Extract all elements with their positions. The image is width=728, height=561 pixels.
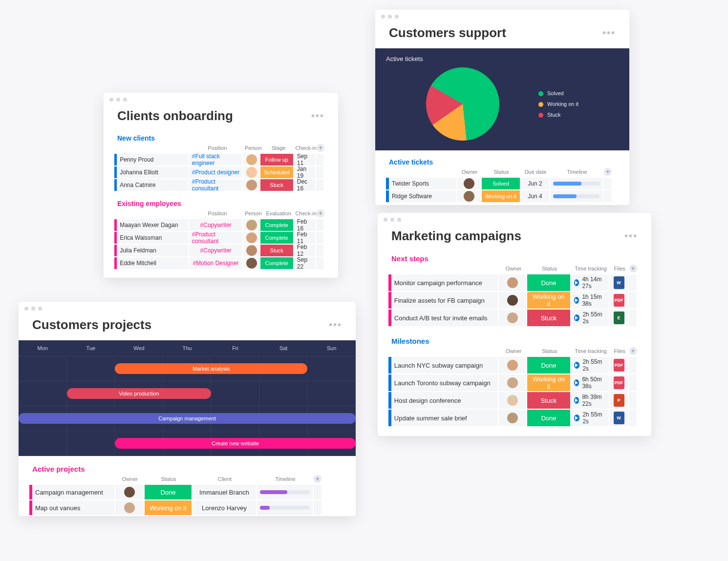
add-column-icon[interactable]: +: [317, 209, 324, 217]
section-next-steps[interactable]: Next steps: [378, 251, 651, 264]
avatar[interactable]: [246, 167, 257, 178]
row-position[interactable]: #Full stack engineer: [189, 154, 244, 166]
table-row[interactable]: Ridge Software Working on it Jun 4: [375, 190, 629, 202]
row-status[interactable]: Follow up: [260, 154, 294, 166]
row-file[interactable]: PDF: [610, 357, 629, 374]
row-position[interactable]: #Product consultant: [189, 232, 244, 244]
row-time-tracking[interactable]: 2h 55m 2s: [571, 357, 610, 374]
avatar[interactable]: [507, 413, 518, 423]
add-column-icon[interactable]: +: [314, 475, 321, 483]
row-position[interactable]: #Copywriter: [189, 245, 244, 256]
avatar[interactable]: [246, 180, 257, 190]
table-row[interactable]: Launch Toronto subway campaign Working o…: [378, 374, 651, 391]
gantt-bar[interactable]: Video production: [67, 388, 212, 399]
row-status[interactable]: Done: [527, 410, 571, 426]
avatar[interactable]: [507, 395, 518, 406]
row-file[interactable]: PDF: [610, 374, 629, 391]
row-owner[interactable]: [499, 357, 527, 374]
table-row[interactable]: Johanna Elliott #Product designer Schedu…: [104, 166, 338, 178]
row-owner[interactable]: [115, 485, 145, 499]
table-row[interactable]: Penny Proud #Full stack engineer Follow …: [104, 154, 338, 166]
row-owner[interactable]: [115, 500, 145, 515]
avatar[interactable]: [246, 154, 257, 165]
row-person[interactable]: [243, 257, 260, 269]
avatar[interactable]: [507, 295, 518, 306]
row-position[interactable]: #Motion Designer: [189, 257, 244, 269]
row-status[interactable]: Done: [145, 485, 193, 499]
row-owner[interactable]: [499, 392, 527, 409]
row-status[interactable]: Stuck: [527, 310, 571, 326]
row-timeline[interactable]: [550, 190, 604, 202]
table-row[interactable]: Maayan Wexer Dagan #Copywriter Complete …: [104, 219, 338, 231]
row-status[interactable]: Scheduled: [260, 166, 294, 178]
row-timeline[interactable]: [257, 500, 314, 515]
panel-menu-icon[interactable]: •••: [602, 27, 616, 39]
row-file[interactable]: PDF: [610, 292, 629, 309]
section-active-tickets[interactable]: Active tickets: [375, 155, 629, 167]
row-status[interactable]: Done: [527, 274, 571, 291]
play-icon[interactable]: [574, 314, 580, 321]
play-icon[interactable]: [574, 362, 580, 369]
table-row[interactable]: Twister Sports Solved Jun 2: [375, 178, 629, 189]
avatar[interactable]: [464, 178, 474, 189]
row-status[interactable]: Working on it: [527, 292, 571, 309]
avatar[interactable]: [507, 360, 518, 371]
add-column-icon[interactable]: +: [629, 265, 637, 272]
avatar[interactable]: [246, 220, 257, 230]
add-column-icon[interactable]: +: [629, 347, 637, 355]
gantt-bar[interactable]: Campaign management: [19, 413, 356, 424]
row-owner[interactable]: [499, 310, 527, 326]
table-row[interactable]: Map out vanues Working on it Lorenzo Har…: [19, 500, 356, 515]
gantt-bar[interactable]: Market analysis: [115, 363, 307, 374]
row-status[interactable]: Complete: [260, 219, 294, 231]
play-icon[interactable]: [574, 297, 579, 304]
row-time-tracking[interactable]: 2h 55m 2s: [571, 410, 610, 426]
row-file[interactable]: W: [610, 274, 629, 291]
table-row[interactable]: Finalize assets for FB campaign Working …: [378, 292, 651, 309]
row-owner[interactable]: [499, 410, 527, 426]
panel-menu-icon[interactable]: •••: [311, 110, 324, 122]
table-row[interactable]: Julia Feldman #Copywriter Stuck Feb 12: [104, 245, 338, 256]
row-position[interactable]: #Copywriter: [189, 219, 244, 231]
row-owner[interactable]: [499, 274, 527, 291]
row-owner[interactable]: [457, 178, 482, 189]
play-icon[interactable]: [574, 415, 580, 421]
row-time-tracking[interactable]: 1h 15m 38s: [571, 292, 610, 309]
row-status[interactable]: Stuck: [260, 245, 294, 256]
row-owner[interactable]: [499, 374, 527, 391]
row-person[interactable]: [243, 219, 260, 231]
row-status[interactable]: Solved: [482, 178, 521, 189]
table-row[interactable]: Campaign management Done Immanuel Branch: [19, 485, 356, 499]
row-time-tracking[interactable]: 8h 39m 22s: [571, 392, 610, 409]
row-status[interactable]: Stuck: [260, 179, 294, 191]
table-row[interactable]: Anna Catmire #Product consultant Stuck D…: [104, 179, 338, 191]
row-status[interactable]: Working on it: [145, 500, 193, 515]
avatar[interactable]: [507, 312, 518, 323]
section-active-projects[interactable]: Active projects: [19, 462, 356, 474]
add-column-icon[interactable]: +: [604, 168, 612, 176]
row-status[interactable]: Done: [527, 357, 571, 374]
row-status[interactable]: Complete: [260, 232, 294, 244]
row-position[interactable]: #Product consultant: [189, 179, 244, 191]
row-person[interactable]: [243, 179, 260, 191]
row-file[interactable]: E: [610, 310, 629, 326]
avatar[interactable]: [246, 245, 257, 256]
row-person[interactable]: [243, 232, 260, 244]
row-status[interactable]: Working on it: [482, 190, 521, 202]
avatar[interactable]: [464, 191, 474, 202]
row-status[interactable]: Stuck: [527, 392, 571, 409]
avatar[interactable]: [246, 232, 257, 243]
avatar[interactable]: [507, 277, 518, 288]
play-icon[interactable]: [574, 397, 579, 404]
play-icon[interactable]: [574, 379, 579, 386]
panel-menu-icon[interactable]: •••: [329, 319, 342, 331]
avatar[interactable]: [507, 377, 518, 388]
table-row[interactable]: Monitor campaign performance Done 4h 14m…: [378, 274, 651, 291]
avatar[interactable]: [124, 487, 135, 498]
row-time-tracking[interactable]: 6h 50m 38s: [571, 374, 610, 391]
row-owner[interactable]: [499, 292, 527, 309]
row-timeline[interactable]: [550, 178, 604, 189]
table-row[interactable]: Erica Waissman #Product consultant Compl…: [104, 232, 338, 244]
row-person[interactable]: [243, 166, 260, 178]
play-icon[interactable]: [574, 279, 579, 286]
